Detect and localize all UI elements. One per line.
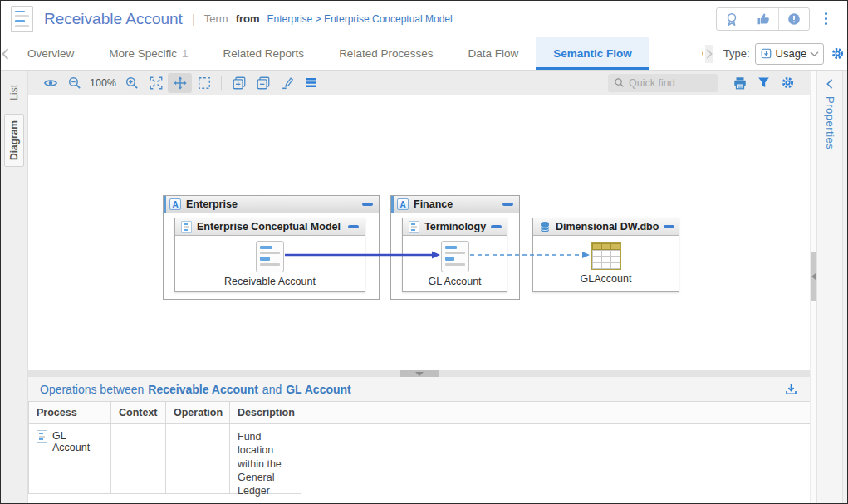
eye-icon (43, 76, 58, 91)
column-header-description: Description (230, 401, 301, 424)
expand-properties-button[interactable] (825, 78, 835, 90)
operations-term-b: GL Account (286, 383, 351, 396)
zoom-out-button[interactable] (62, 73, 86, 93)
operations-conjunction: and (262, 383, 282, 396)
alert-button[interactable] (778, 8, 809, 30)
table-row[interactable]: GL Account Fund location within the Gene… (28, 424, 810, 494)
gear-icon (831, 46, 845, 61)
center-column: 100% (28, 71, 810, 503)
tab-bar: Overview More Specific1 Related Reports … (1, 37, 847, 71)
model-terminology[interactable]: Terminology GL Account (402, 218, 507, 292)
marquee-select-button[interactable] (192, 73, 216, 93)
like-button[interactable] (748, 8, 778, 30)
kebab-menu-icon[interactable] (821, 9, 831, 29)
expand-all-button[interactable] (227, 73, 251, 93)
diagram-settings-button[interactable] (776, 73, 800, 93)
tab-data-flow[interactable]: Data Flow (450, 37, 536, 70)
highlighter-icon (280, 76, 295, 91)
vertical-splitter-handle[interactable] (811, 252, 816, 301)
column-header-context: Context (111, 401, 166, 424)
zoom-out-icon (67, 76, 82, 91)
tabs-scroll-left-button[interactable] (1, 37, 10, 70)
chevron-down-icon (810, 51, 819, 57)
operations-title-prefix: Operations between (40, 383, 144, 396)
node-label: GLAccount (581, 273, 632, 285)
group-enterprise-header[interactable]: A Enterprise (164, 196, 379, 213)
node-receivable-account[interactable]: Receivable Account (175, 236, 365, 291)
collapse-minus-icon[interactable] (362, 203, 373, 206)
term-node-icon (256, 241, 284, 272)
tabs-scroll-right-button[interactable] (705, 45, 713, 63)
collapse-all-icon (256, 76, 271, 91)
export-download-button[interactable] (784, 382, 798, 396)
model-label: Enterprise Conceptual Model (197, 221, 343, 232)
tab-related-reports[interactable]: Related Reports (206, 37, 322, 70)
node-label: Receivable Account (224, 276, 316, 287)
tab-semantic-flow[interactable]: Semantic Flow (536, 37, 649, 70)
tab-overview[interactable]: Overview (10, 37, 91, 70)
model-label: Dimensional DW.dbo (556, 221, 659, 232)
zoom-level-value: 100% (86, 77, 120, 89)
process-value: GL Account (52, 430, 103, 453)
print-button[interactable] (728, 73, 752, 93)
collapse-all-button[interactable] (251, 73, 275, 93)
term-object-icon (11, 6, 33, 32)
document-icon (409, 221, 419, 233)
node-gl-account[interactable]: GL Account (403, 236, 507, 291)
model-header[interactable]: Enterprise Conceptual Model (175, 218, 365, 236)
database-icon (539, 221, 551, 233)
quick-find-input[interactable] (629, 77, 712, 89)
from-label: from (236, 12, 260, 25)
column-header-spacer (301, 401, 810, 424)
operations-panel: Operations between Receivable Account an… (28, 377, 810, 503)
column-header-operation: Operation (166, 401, 230, 424)
tab-more-specific[interactable]: More Specific1 (91, 37, 205, 70)
overview-eye-button[interactable] (38, 73, 62, 93)
side-tab-diagram[interactable]: Diagram (4, 114, 24, 167)
operations-header: Operations between Receivable Account an… (28, 377, 810, 401)
properties-panel-tab[interactable]: Properties (824, 96, 836, 149)
alert-icon (787, 12, 801, 27)
process-cell[interactable]: GL Account (28, 424, 111, 494)
diagram-toolbar: 100% (28, 71, 810, 95)
breadcrumb[interactable]: Enterprise > Enterprise Conceptual Model (267, 13, 453, 25)
quick-find-box (608, 74, 718, 92)
model-header[interactable]: Terminology (403, 218, 507, 236)
highlighter-button[interactable] (275, 73, 299, 93)
term-icon (37, 430, 47, 443)
layers-list-button[interactable] (299, 73, 323, 93)
tab-settings-button[interactable] (831, 46, 845, 61)
pan-button[interactable] (168, 73, 192, 93)
triangle-left-icon (811, 273, 816, 280)
model-enterprise-conceptual-model[interactable]: Enterprise Conceptual Model Receivable A… (174, 218, 365, 292)
zoom-in-button[interactable] (120, 73, 144, 93)
splitter-collapse-handle[interactable] (400, 370, 439, 377)
tab-related-processes[interactable]: Related Processes (321, 37, 450, 70)
node-glaccount-table[interactable]: GLAccount (533, 236, 679, 291)
thumbs-up-icon (756, 12, 771, 27)
horizontal-splitter[interactable] (28, 370, 810, 377)
filter-button[interactable] (752, 73, 776, 93)
model-dimensional-dw[interactable]: Dimensional DW.dbo GLAccount (532, 218, 679, 292)
type-dropdown[interactable]: Usage (755, 43, 825, 65)
collapse-minus-icon[interactable] (491, 225, 502, 228)
diagram-canvas[interactable]: A Enterprise A Finance (28, 95, 810, 370)
type-label: Type: (723, 47, 750, 60)
collapse-minus-icon[interactable] (664, 225, 674, 228)
collapse-minus-icon[interactable] (502, 203, 513, 206)
group-finance-header[interactable]: A Finance (391, 196, 519, 213)
catalog-icon: A (169, 198, 181, 210)
print-icon (733, 76, 748, 91)
collapse-minus-icon[interactable] (348, 225, 359, 228)
marquee-select-icon (197, 76, 212, 91)
context-cell (111, 424, 166, 494)
award-button[interactable] (717, 8, 748, 30)
tab-truncated[interactable]: Co (684, 37, 703, 70)
page-scrollbar[interactable] (842, 71, 847, 503)
fit-to-screen-button[interactable] (144, 73, 168, 93)
side-tab-list[interactable]: List (5, 79, 23, 106)
model-header[interactable]: Dimensional DW.dbo (533, 218, 679, 236)
column-header-process: Process (28, 401, 111, 424)
main-area: List Diagram 100% (1, 71, 847, 503)
term-node-icon (441, 241, 469, 272)
